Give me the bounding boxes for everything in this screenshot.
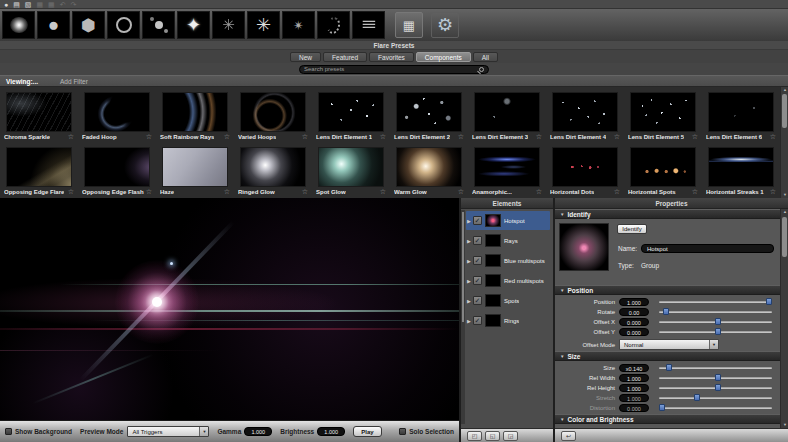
add-filter-link[interactable]: Add Filter xyxy=(60,78,88,85)
visibility-checkbox[interactable]: ✓ xyxy=(473,216,482,225)
slider[interactable] xyxy=(659,387,772,389)
preset-item[interactable]: Haze☆ xyxy=(156,143,234,198)
slider[interactable] xyxy=(659,321,772,323)
slider-handle[interactable] xyxy=(694,394,700,401)
preset-item[interactable]: Opposing Edge Flash☆ xyxy=(78,143,156,198)
preset-item[interactable]: Lens Dirt Element 5☆ xyxy=(624,88,702,143)
visibility-checkbox[interactable]: ✓ xyxy=(473,236,482,245)
visibility-checkbox[interactable]: ✓ xyxy=(473,256,482,265)
property-value[interactable]: 0.000 xyxy=(619,318,649,326)
preset-item[interactable]: Ringed Glow☆ xyxy=(234,143,312,198)
slider[interactable] xyxy=(659,311,772,313)
element-row[interactable]: ▶✓Red multispots xyxy=(466,271,550,290)
element-row[interactable]: ▶✓Hotspot xyxy=(466,211,550,230)
element-footer-button-1[interactable]: ◰ xyxy=(467,431,482,441)
undo-icon[interactable]: ↶ xyxy=(60,1,66,8)
color-section-header[interactable]: ▼ Color and Brightness xyxy=(555,414,780,424)
preset-item[interactable]: Anamorphic...☆ xyxy=(468,143,546,198)
slider-handle[interactable] xyxy=(666,364,672,371)
favorite-star-icon[interactable]: ☆ xyxy=(692,133,698,141)
favorite-star-icon[interactable]: ☆ xyxy=(146,133,152,141)
favorite-star-icon[interactable]: ☆ xyxy=(770,133,776,141)
slider-handle[interactable] xyxy=(766,298,772,305)
preset-item[interactable]: Lens Dirt Element 3☆ xyxy=(468,88,546,143)
save-as-icon[interactable]: ▦ xyxy=(48,1,55,8)
preset-item[interactable]: Varied Hoops☆ xyxy=(234,88,312,143)
property-value[interactable]: 1.000 xyxy=(619,374,649,382)
play-button[interactable]: Play xyxy=(353,426,381,437)
import-icon[interactable]: ▧ xyxy=(25,1,32,8)
favorite-star-icon[interactable]: ☆ xyxy=(458,188,464,196)
property-value[interactable]: 0.000 xyxy=(619,328,649,336)
scroll-up-icon[interactable]: ▲ xyxy=(781,87,788,93)
slider-handle[interactable] xyxy=(659,404,665,411)
offset-mode-dropdown[interactable]: Normal ▼ xyxy=(619,339,719,350)
visibility-checkbox[interactable]: ✓ xyxy=(473,296,482,305)
favorite-star-icon[interactable]: ☆ xyxy=(224,133,230,141)
slider-handle[interactable] xyxy=(663,308,669,315)
presets-scrollbar[interactable]: ▲ ▼ xyxy=(780,87,788,198)
preset-item[interactable]: Horizontal Spots☆ xyxy=(624,143,702,198)
favorite-star-icon[interactable]: ☆ xyxy=(380,133,386,141)
scrollbar-thumb[interactable] xyxy=(782,94,787,128)
solo-selection-checkbox[interactable] xyxy=(399,428,406,435)
identify-button[interactable]: Identify xyxy=(617,224,647,234)
slider-handle[interactable] xyxy=(715,374,721,381)
slider-handle[interactable] xyxy=(715,328,721,335)
favorite-star-icon[interactable]: ☆ xyxy=(302,133,308,141)
element-row[interactable]: ▶✓Rays xyxy=(466,231,550,250)
tab-favorites[interactable]: Favorites xyxy=(369,52,414,62)
slider[interactable] xyxy=(659,377,772,379)
preset-item[interactable]: Soft Rainbow Rays☆ xyxy=(156,88,234,143)
property-value[interactable]: 1.000 xyxy=(619,394,649,402)
preset-item[interactable]: Warm Glow☆ xyxy=(390,143,468,198)
open-folder-icon[interactable]: ▤ xyxy=(13,1,20,8)
visibility-checkbox[interactable]: ✓ xyxy=(473,316,482,325)
property-value[interactable]: 1.000 xyxy=(619,298,649,306)
solid-circle-button[interactable] xyxy=(37,11,70,39)
preview-mode-dropdown[interactable]: All Triggers ▼ xyxy=(127,426,209,437)
properties-footer-button[interactable]: ↩ xyxy=(561,431,576,441)
tab-all[interactable]: All xyxy=(473,52,498,62)
preview-frame-button[interactable] xyxy=(395,12,423,38)
thin-spark-button[interactable] xyxy=(282,11,315,39)
favorite-star-icon[interactable]: ☆ xyxy=(536,188,542,196)
slider[interactable] xyxy=(659,397,772,399)
favorite-star-icon[interactable]: ☆ xyxy=(692,188,698,196)
favorite-star-icon[interactable]: ☆ xyxy=(458,133,464,141)
preset-item[interactable]: Lens Dirt Element 2☆ xyxy=(390,88,468,143)
element-row[interactable]: ▶✓Rings xyxy=(466,311,550,330)
favorite-star-icon[interactable]: ☆ xyxy=(224,188,230,196)
property-value[interactable]: x0.140 xyxy=(619,364,649,372)
position-section-header[interactable]: ▼ Position xyxy=(555,285,780,295)
element-footer-button-2[interactable]: ◱ xyxy=(485,431,500,441)
hexagon-button[interactable] xyxy=(72,11,105,39)
slider-handle[interactable] xyxy=(715,318,721,325)
identify-section-header[interactable]: ▼ Identify xyxy=(555,209,780,219)
preset-item[interactable]: Lens Dirt Element 4☆ xyxy=(546,88,624,143)
properties-scrollbar[interactable]: ▲ ▼ xyxy=(780,209,788,428)
horizontal-streaks-button[interactable] xyxy=(352,11,385,39)
preset-item[interactable]: Spot Glow☆ xyxy=(312,143,390,198)
preset-item[interactable]: Horizontal Streaks 1☆ xyxy=(702,143,780,198)
name-input[interactable]: Hotspot xyxy=(641,244,774,253)
favorite-star-icon[interactable]: ☆ xyxy=(146,188,152,196)
property-value[interactable]: 0.00 xyxy=(619,308,649,316)
slider[interactable] xyxy=(659,407,772,409)
arc-fragments-button[interactable] xyxy=(317,11,350,39)
property-value[interactable]: 0.000 xyxy=(619,404,649,412)
redo-icon[interactable]: ↷ xyxy=(71,1,77,8)
scrollbar-thumb[interactable] xyxy=(782,217,787,257)
slider[interactable] xyxy=(659,331,772,333)
tab-new[interactable]: New xyxy=(290,52,321,62)
search-input[interactable]: Search presets xyxy=(299,65,489,74)
element-row[interactable]: ▶✓Blue multispots xyxy=(466,251,550,270)
star-spark-button[interactable] xyxy=(177,11,210,39)
gamma-value[interactable]: 1.000 xyxy=(244,427,272,436)
favorite-star-icon[interactable]: ☆ xyxy=(302,188,308,196)
property-value[interactable]: 1.000 xyxy=(619,384,649,392)
bokeh-dots-button[interactable] xyxy=(142,11,175,39)
favorite-star-icon[interactable]: ☆ xyxy=(614,188,620,196)
preset-item[interactable]: Chroma Sparkle☆ xyxy=(0,88,78,143)
preset-item[interactable]: Opposing Edge Flare☆ xyxy=(0,143,78,198)
